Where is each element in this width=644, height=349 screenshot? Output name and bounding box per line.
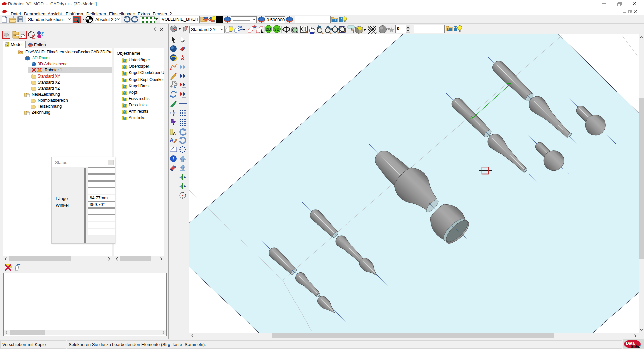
- svg-text:2D: 2D: [266, 27, 271, 32]
- svg-text:A: A: [173, 131, 176, 135]
- svg-text:i: i: [173, 156, 174, 161]
- svg-text:Solíd: Solíd: [631, 344, 641, 349]
- svg-text:E: E: [261, 29, 264, 34]
- svg-text:b: b: [174, 141, 175, 144]
- svg-text:A: A: [170, 137, 174, 143]
- svg-text:3D: 3D: [274, 27, 280, 32]
